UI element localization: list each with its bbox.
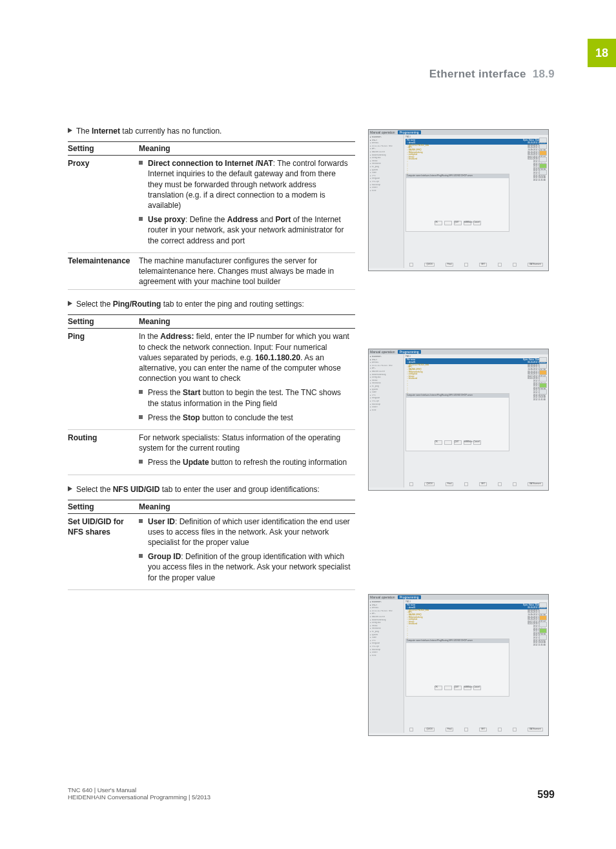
shot-dlg-buttons: OKQUITeditMountCancel bbox=[406, 440, 509, 445]
mode-manual: Manual operation bbox=[370, 595, 395, 599]
lead-nfs: Select the NFS UID/GID tab to enter the … bbox=[68, 484, 355, 495]
shot-titlebar: Manual operationProgramming bbox=[369, 130, 548, 135]
lead-pingrouting: Select the Ping/Routing tab to enter the… bbox=[68, 299, 355, 309]
table-row: Telemaintenance The machine manufacturer… bbox=[68, 252, 355, 290]
page-footer: TNC 640 | User's Manual HEIDENHAIN Conve… bbox=[68, 786, 555, 801]
shot-dir-tree: ▸ ncarchive:\▸ TNC:\▸ demo01▸ 201111127N… bbox=[369, 354, 404, 487]
table-row: Proxy Direct connection to Internet /NAT… bbox=[68, 156, 355, 253]
table-row: Ping In the Address: field, enter the IP… bbox=[68, 329, 355, 430]
list-item: Press the Start button to begin the test… bbox=[148, 387, 351, 408]
list-item: Group ID: Definition of the group identi… bbox=[148, 551, 351, 583]
main-content: The Internet tab currently has no functi… bbox=[68, 126, 355, 599]
list-item: Press the Update button to refresh the r… bbox=[148, 457, 351, 467]
page-number: 599 bbox=[537, 789, 555, 801]
triangle-bullet-icon bbox=[68, 128, 72, 133]
cell-key: Proxy bbox=[68, 156, 139, 253]
cell-key: Set UID/GID for NFS shares bbox=[68, 513, 139, 589]
mode-programming: Programming bbox=[398, 595, 421, 599]
screenshot-nfs-tab: Manual operationProgramming ▸ ncarchive:… bbox=[368, 594, 549, 736]
footer-line2: HEIDENHAIN Conversational Programming | … bbox=[68, 793, 210, 801]
running-head-num: 18.9 bbox=[533, 68, 555, 80]
shot-titlebar: Manual operationProgramming bbox=[369, 595, 548, 600]
shot-right-icons bbox=[539, 602, 547, 640]
list-item: Use proxy: Define the Address and Port o… bbox=[148, 214, 351, 246]
mode-programming: Programming bbox=[398, 350, 421, 354]
table-proxy: SettingMeaning Proxy Direct connection t… bbox=[68, 141, 355, 290]
th-setting: Setting bbox=[68, 142, 139, 156]
th-setting: Setting bbox=[68, 500, 139, 513]
shot-softkey-row: QUICKFinalSETDATEconvert bbox=[406, 728, 547, 731]
cell-key: Ping bbox=[68, 329, 139, 430]
running-head-text: Ethernet interface bbox=[429, 68, 526, 80]
cell-val: In the Address: field, enter the IP numb… bbox=[139, 329, 355, 430]
list-item: Direct connection to Internet /NAT: The … bbox=[148, 158, 351, 210]
lead-internet: The Internet tab currently has no functi… bbox=[68, 126, 355, 136]
shot-dialog: Computer name Interfaces Internet Ping/R… bbox=[406, 393, 509, 451]
triangle-bullet-icon bbox=[68, 301, 72, 306]
triangle-bullet-icon bbox=[68, 486, 72, 491]
shot-dlg-buttons: OKQUITeditMountCancel bbox=[406, 686, 509, 690]
th-meaning: Meaning bbox=[139, 500, 355, 513]
th-meaning: Meaning bbox=[139, 315, 355, 329]
running-head: Ethernet interface 18.9 bbox=[429, 68, 555, 81]
cell-key: Telemaintenance bbox=[68, 252, 139, 290]
table-ping: SettingMeaning Ping In the Address: fiel… bbox=[68, 314, 355, 475]
mode-programming: Programming bbox=[398, 130, 421, 134]
shot-right-icons bbox=[539, 357, 547, 394]
shot-dlg-buttons: OKQUITeditMountCancel bbox=[406, 221, 509, 225]
cell-val: User ID: Definition of which user identi… bbox=[139, 513, 355, 589]
table-row: Set UID/GID for NFS shares User ID: Defi… bbox=[68, 513, 355, 589]
list-item: User ID: Definition of which user identi… bbox=[148, 517, 351, 548]
cell-val: Direct connection to Internet /NAT: The … bbox=[139, 156, 355, 253]
shot-dialog: Computer name Interfaces Internet Ping/R… bbox=[406, 639, 509, 697]
shot-file-panel: TNC:\ File nameBytes Status Date Time □ … bbox=[404, 354, 548, 487]
th-meaning: Meaning bbox=[139, 142, 355, 156]
shot-dir-tree: ▸ ncarchive:\▸ TNC:\▸ demo01▸ 201111127N… bbox=[369, 135, 404, 268]
list-item: Press the Stop button to conclude the te… bbox=[148, 413, 351, 423]
shot-softkey-row: QUICKFinalSETDATEconvert bbox=[406, 263, 547, 267]
table-nfs: SettingMeaning Set UID/GID for NFS share… bbox=[68, 500, 355, 590]
screenshot-internet-tab: Manual operationProgramming ▸ ncarchive:… bbox=[368, 129, 549, 271]
mode-manual: Manual operation bbox=[370, 350, 395, 354]
shot-file-panel: TNC:\ File nameBytes Status Date Time □ … bbox=[404, 600, 548, 733]
chapter-side-tab: 18 bbox=[588, 39, 616, 67]
shot-dialog: Computer name Interfaces Internet Ping/R… bbox=[406, 174, 509, 232]
shot-file-panel: TNC:\ File nameBytes Status Date Time □ … bbox=[404, 135, 548, 268]
shot-softkey-row: QUICKFinalSETDATEconvert bbox=[406, 482, 547, 486]
shot-dir-tree: ▸ ncarchive:\▸ TNC:\▸ demo01▸ 201111127N… bbox=[369, 600, 404, 733]
shot-titlebar: Manual operationProgramming bbox=[369, 349, 548, 354]
mode-manual: Manual operation bbox=[370, 130, 395, 134]
th-setting: Setting bbox=[68, 315, 139, 329]
footer-line1: TNC 640 | User's Manual bbox=[68, 786, 210, 793]
cell-key: Routing bbox=[68, 429, 139, 475]
shot-right-icons bbox=[539, 138, 547, 175]
cell-val: The machine manufacturer configures the … bbox=[139, 252, 355, 290]
table-row: Routing For network specialists: Status … bbox=[68, 429, 355, 475]
screenshot-ping-tab: Manual operationProgramming ▸ ncarchive:… bbox=[368, 349, 549, 491]
cell-val: For network specialists: Status informat… bbox=[139, 429, 355, 475]
